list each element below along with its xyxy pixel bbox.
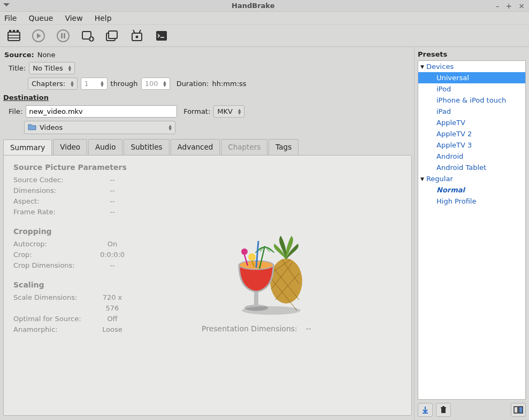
preset-category-devices[interactable]: ▼ Devices — [418, 61, 525, 72]
presets-toolbar — [415, 400, 529, 420]
scale-dimensions-label: Scale Dimensions: — [13, 292, 96, 314]
scale-dimensions-value: 720 x 576 — [96, 292, 128, 314]
show-queue-button[interactable] — [104, 27, 121, 44]
preset-high-profile[interactable]: High Profile — [418, 196, 525, 207]
duration-label: Duration: — [177, 80, 209, 88]
preset-save-button[interactable] — [418, 403, 433, 417]
anamorphic-value: Loose — [96, 324, 128, 335]
summary-panel: Source Picture Parameters Source Codec:-… — [3, 155, 412, 416]
svg-rect-36 — [442, 406, 444, 407]
svg-rect-37 — [514, 407, 518, 413]
destination-folder-select[interactable]: Videos ▲▼ — [24, 121, 175, 134]
preset-appletv-2[interactable]: AppleTV 2 — [418, 128, 525, 139]
menu-help[interactable]: Help — [95, 14, 112, 22]
crop-value: 0:0:0:0 — [96, 250, 128, 260]
svg-rect-3 — [17, 30, 19, 32]
preset-universal[interactable]: Universal — [418, 72, 525, 83]
add-to-queue-button[interactable] — [79, 27, 96, 44]
preset-appletv[interactable]: AppleTV — [418, 117, 525, 128]
window-titlebar: HandBrake – + × — [0, 0, 529, 12]
preset-ipad[interactable]: iPad — [418, 106, 525, 117]
pause-encode-button[interactable] — [55, 27, 72, 44]
presets-tree[interactable]: ▼ Devices Universal iPod iPhone & iPod t… — [418, 60, 526, 400]
tab-audio[interactable]: Audio — [88, 139, 122, 155]
aspect-value: -- — [96, 196, 128, 207]
duration-value: hh:mm:ss — [212, 80, 246, 88]
spinner-icon: ▲▼ — [238, 108, 241, 115]
minimize-button[interactable]: – — [496, 2, 500, 10]
spinner-icon: ▲▼ — [71, 81, 73, 87]
spinner-icon: ▲▼ — [101, 81, 103, 87]
expand-icon: ▼ — [420, 176, 424, 182]
presentation-dimensions-value: -- — [306, 324, 311, 333]
file-input[interactable] — [26, 105, 177, 118]
preset-category-regular[interactable]: ▼ Regular — [418, 173, 525, 184]
preset-android-tablet[interactable]: Android Tablet — [418, 162, 525, 173]
toolbar — [0, 25, 529, 47]
folder-icon — [28, 123, 36, 132]
chapter-from-input[interactable]: 1 ▲▼ — [81, 77, 108, 90]
svg-rect-1 — [9, 30, 11, 32]
tab-chapters: Chapters — [221, 139, 267, 155]
crop-label: Crop: — [13, 250, 96, 260]
svg-rect-35 — [441, 407, 446, 408]
tab-advanced[interactable]: Advanced — [171, 139, 220, 155]
preset-appletv-3[interactable]: AppleTV 3 — [418, 139, 525, 151]
format-select[interactable]: MKV ▲▼ — [213, 105, 244, 118]
source-value: None — [37, 51, 56, 59]
open-source-button[interactable] — [5, 27, 22, 44]
presentation-dimensions-label: Presentation Dimensions: — [202, 324, 297, 333]
optimal-for-source-label: Optimal for Source: — [13, 314, 96, 324]
preview-button[interactable] — [128, 27, 145, 44]
range-type-select[interactable]: Chapters: ▲▼ — [28, 77, 78, 90]
preset-android[interactable]: Android — [418, 151, 525, 162]
destination-header: Destination — [3, 94, 412, 102]
svg-rect-38 — [519, 407, 523, 413]
svg-rect-9 — [64, 33, 65, 38]
preset-normal[interactable]: Normal — [418, 184, 525, 196]
maximize-button[interactable]: + — [506, 2, 512, 10]
menu-view[interactable]: View — [65, 14, 82, 22]
framerate-label: Frame Rate: — [13, 207, 96, 217]
dimensions-label: Dimensions: — [13, 185, 96, 196]
svg-point-17 — [136, 35, 139, 38]
dimensions-value: -- — [96, 185, 128, 196]
menu-queue[interactable]: Queue — [28, 14, 53, 22]
expand-icon: ▼ — [420, 64, 424, 69]
svg-point-32 — [242, 306, 301, 315]
cropping-title: Cropping — [13, 227, 402, 236]
preset-delete-button[interactable] — [436, 403, 451, 417]
svg-rect-2 — [13, 30, 15, 32]
svg-point-24 — [241, 248, 248, 255]
tab-subtitles[interactable]: Subtitles — [124, 139, 169, 155]
format-label: Format: — [183, 107, 210, 115]
tab-video[interactable]: Video — [53, 139, 87, 155]
source-label: Source: — [4, 51, 34, 59]
preset-options-button[interactable] — [511, 403, 526, 417]
tab-tags[interactable]: Tags — [269, 139, 298, 155]
tab-summary[interactable]: Summary — [3, 139, 52, 155]
preset-iphone-ipod-touch[interactable]: iPhone & iPod touch — [418, 95, 525, 106]
svg-point-7 — [57, 30, 69, 42]
handbrake-logo — [228, 230, 314, 316]
framerate-value: -- — [96, 207, 128, 217]
app-menu-icon[interactable] — [2, 1, 11, 11]
tabs: Summary Video Audio Subtitles Advanced C… — [3, 139, 412, 155]
svg-rect-22 — [254, 292, 258, 305]
chapter-to-input[interactable]: 100 ▲▼ — [141, 77, 170, 90]
start-encode-button[interactable] — [30, 27, 47, 44]
source-codec-value: -- — [96, 175, 128, 185]
svg-rect-13 — [109, 31, 117, 38]
file-label: File: — [9, 107, 22, 115]
title-select[interactable]: No Titles ▲▼ — [29, 62, 75, 74]
menu-file[interactable]: File — [4, 14, 17, 22]
svg-rect-34 — [441, 408, 446, 413]
source-picture-parameters-title: Source Picture Parameters — [13, 163, 402, 172]
close-button[interactable]: × — [518, 2, 525, 10]
activity-log-button[interactable] — [153, 27, 170, 44]
anamorphic-label: Anamorphic: — [13, 324, 96, 335]
menubar: File Queue View Help — [0, 12, 529, 25]
preset-ipod[interactable]: iPod — [418, 83, 525, 95]
svg-rect-0 — [8, 32, 20, 41]
spinner-icon: ▲▼ — [68, 65, 71, 72]
